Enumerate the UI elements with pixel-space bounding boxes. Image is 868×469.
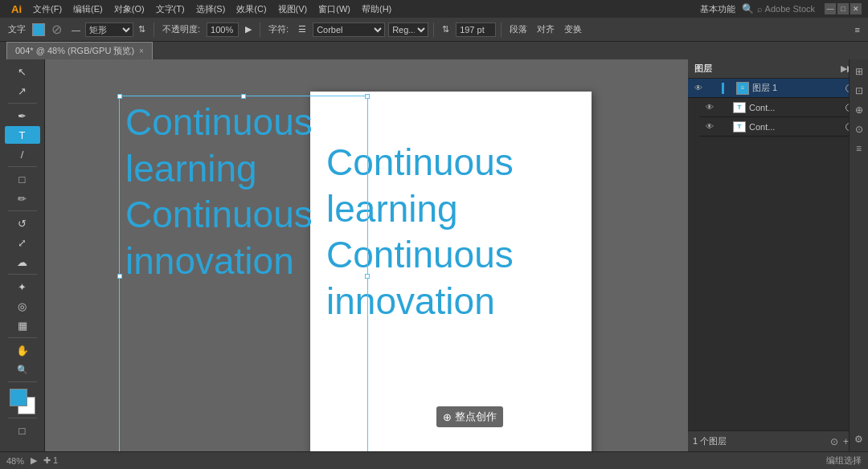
zoom-tool[interactable]: 🔍 — [5, 361, 40, 378]
inside-line3: Continuous — [326, 232, 514, 279]
separator-1 — [154, 22, 154, 37]
brush-tool[interactable]: ✏ — [5, 190, 40, 207]
more-options[interactable]: ≡ — [852, 23, 863, 36]
strip-icon-2[interactable]: ⊡ — [854, 84, 865, 98]
fill-color-swatch[interactable] — [32, 23, 45, 36]
fg-bg-color-indicator[interactable] — [10, 389, 35, 414]
strip-icon-bottom-1[interactable]: ⚙ — [853, 432, 865, 447]
handle-top-left[interactable] — [117, 94, 122, 99]
canvas-area[interactable]: Continuous learning Continuous innovatio… — [45, 59, 688, 451]
separator-3 — [433, 22, 434, 37]
scale-tool[interactable]: ⤢ — [5, 234, 40, 251]
opacity-label: 不透明度: — [159, 22, 203, 37]
eyedropper-tool[interactable]: ✦ — [5, 278, 40, 296]
outside-line1: Continuous — [125, 100, 313, 146]
strip-icon-4[interactable]: ⊙ — [854, 122, 865, 137]
layer-name-1[interactable]: 图层 1 — [752, 82, 842, 94]
document-tab[interactable]: 004* @ 48% (RGB/GPU 预览) × — [6, 42, 153, 59]
toolbox: ↖ ↗ ✒ T / □ ✏ ↺ ⤢ ☁ ✦ ◎ ▦ ✋ 🔍 □ — [0, 59, 45, 451]
tool-separator-7 — [8, 418, 37, 418]
inside-line2: learning — [326, 186, 514, 233]
pen-tool[interactable]: ✒ — [5, 107, 40, 124]
visibility-icon-1[interactable]: 👁 — [693, 83, 704, 94]
shape-select[interactable]: 矩形 — [85, 22, 133, 37]
tab-label: 004* @ 48% (RGB/GPU 预览) — [15, 45, 134, 57]
select-tool[interactable]: ↖ — [5, 63, 40, 80]
layer-empty-space — [688, 137, 868, 430]
panel-footer: 1 个图层 ⊙ + 🗑 — [688, 430, 868, 451]
hand-tool[interactable]: ✋ — [5, 341, 40, 359]
layer-thumb-3: T — [733, 121, 746, 133]
strip-icon-5[interactable]: ≡ — [854, 141, 863, 156]
tool-separator-5 — [8, 337, 37, 338]
font-family-select[interactable]: Corbel — [313, 22, 385, 37]
edit-mode: 编组选择 — [826, 455, 862, 467]
measure-tool[interactable]: ◎ — [5, 297, 40, 315]
rotate-tool[interactable]: ↺ — [5, 214, 40, 232]
font-style-select[interactable]: Reg... — [388, 22, 428, 37]
lock-icon-1[interactable] — [707, 83, 719, 94]
font-size-input[interactable] — [456, 22, 496, 37]
tab-close-button[interactable]: × — [139, 47, 144, 55]
visibility-icon-3[interactable]: 👁 — [704, 121, 715, 133]
lock-icon-2[interactable] — [719, 102, 730, 113]
menu-effect[interactable]: 效果(C) — [231, 2, 271, 17]
strip-icon-1[interactable]: ⊞ — [854, 64, 865, 79]
transform-label[interactable]: 变换 — [561, 22, 585, 37]
main-area: ↖ ↗ ✒ T / □ ✏ ↺ ⤢ ☁ ✦ ◎ ▦ ✋ 🔍 □ — [0, 59, 868, 451]
opacity-arrow[interactable]: ▶ — [242, 22, 255, 36]
screen-mode-btn[interactable]: □ — [5, 422, 40, 439]
menu-help[interactable]: 帮助(H) — [357, 2, 396, 17]
locate-icon[interactable]: ⊙ — [830, 436, 838, 447]
text-tool active[interactable]: T — [5, 126, 40, 144]
menu-window[interactable]: 窗口(W) — [313, 2, 355, 17]
menu-view[interactable]: 视图(V) — [273, 2, 313, 17]
rect-tool[interactable]: □ — [5, 170, 40, 188]
minimize-button[interactable]: — — [825, 3, 836, 14]
app-icon: Ai — [6, 2, 27, 17]
zoom-level: 48% — [6, 456, 24, 466]
lock-icon-3[interactable] — [719, 121, 730, 133]
search-icon[interactable]: 🔍 — [742, 3, 754, 14]
separator-4 — [501, 22, 502, 37]
menu-bar-right: 基本功能 🔍 ⌕ Adobe Stock — □ ✕ — [700, 3, 862, 15]
handle-left-center[interactable] — [117, 274, 122, 279]
tab-bar: 004* @ 48% (RGB/GPU 预览) × — [0, 42, 868, 59]
menu-edit[interactable]: 编辑(E) — [68, 2, 108, 17]
layer-color-indicator-1 — [722, 83, 733, 94]
graph-tool[interactable]: ▦ — [5, 316, 40, 334]
paragraph-label[interactable]: 段落 — [506, 22, 530, 37]
warp-tool[interactable]: ☁ — [5, 253, 40, 271]
layer-item-2[interactable]: 👁 T Cont... ● — [699, 98, 868, 117]
toolbar-main: 文字 ⊘ — 矩形 ⇅ 不透明度: ▶ 字符: ☰ Corbel Reg... … — [0, 18, 868, 42]
menu-text[interactable]: 文字(T) — [151, 2, 190, 17]
layer-item-3[interactable]: 👁 T Cont... ● — [699, 117, 868, 137]
artboard: Continuous learning Continuous innovatio… — [310, 92, 592, 451]
menu-select[interactable]: 选择(S) — [191, 2, 231, 17]
status-info: ▶ — [31, 455, 37, 466]
new-layer-icon[interactable]: + — [843, 436, 849, 447]
layer-item-1[interactable]: 👁 ≡ 图层 1 ○ — [688, 79, 868, 98]
font-size-arrows[interactable]: ⇅ — [439, 22, 452, 36]
watermark: ⊕ 整点创作 — [436, 406, 503, 427]
maximize-button[interactable]: □ — [837, 3, 849, 14]
inside-line4: innovation — [326, 279, 514, 325]
layer-name-3[interactable]: Cont... — [749, 122, 842, 132]
workspace-label[interactable]: 基本功能 — [700, 3, 735, 15]
layer-name-2[interactable]: Cont... — [749, 103, 842, 112]
direct-select-tool[interactable]: ↗ — [5, 82, 40, 100]
visibility-icon-2[interactable]: 👁 — [704, 102, 715, 113]
strip-icon-3[interactable]: ⊕ — [854, 103, 865, 117]
menu-file[interactable]: 文件(F) — [28, 2, 67, 17]
menu-object[interactable]: 对象(O) — [109, 2, 149, 17]
handle-top-center[interactable] — [241, 94, 246, 99]
close-button[interactable]: ✕ — [850, 3, 862, 14]
opacity-input[interactable] — [207, 22, 239, 37]
outside-line4: innovation — [125, 239, 313, 285]
foreground-color[interactable] — [10, 389, 27, 406]
align-label[interactable]: 对齐 — [534, 22, 558, 37]
shape-arrows[interactable]: ⇅ — [135, 22, 149, 36]
tool-separator-3 — [8, 210, 37, 211]
search-placeholder[interactable]: ⌕ Adobe Stock — [757, 4, 815, 14]
line-tool[interactable]: / — [5, 145, 40, 163]
